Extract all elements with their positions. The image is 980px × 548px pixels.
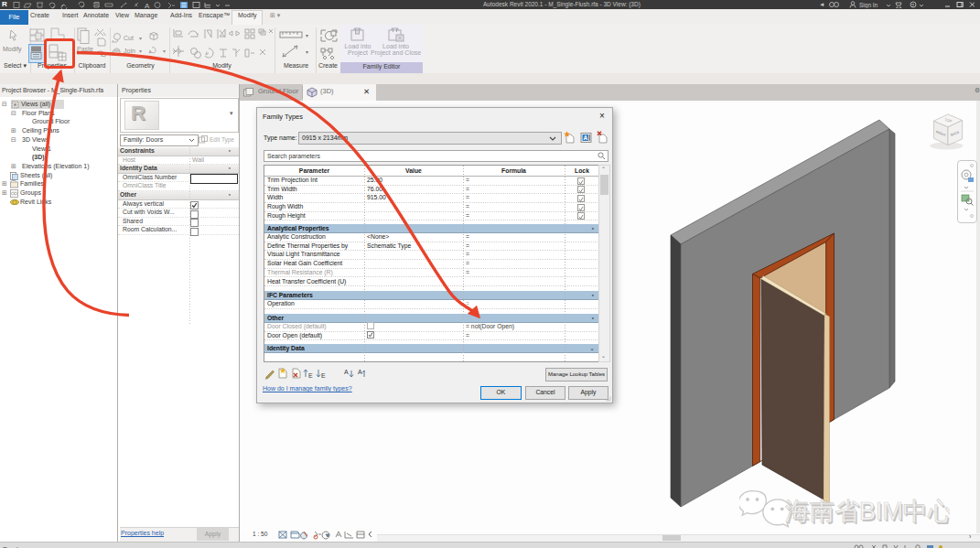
svg-text:?: ? bbox=[911, 3, 914, 8]
svg-text:▾: ▾ bbox=[306, 49, 308, 55]
svg-text:Join: Join bbox=[124, 48, 135, 54]
svg-text:▾: ▾ bbox=[139, 48, 142, 54]
svg-text:E: E bbox=[321, 372, 326, 379]
svg-text:▾: ▾ bbox=[139, 36, 142, 41]
svg-text:A: A bbox=[584, 134, 588, 141]
svg-text:▾: ▾ bbox=[306, 33, 308, 38]
svg-text:A: A bbox=[344, 369, 349, 375]
svg-text:Cut: Cut bbox=[124, 35, 134, 41]
svg-text:A: A bbox=[145, 2, 150, 9]
svg-text:Sign In: Sign In bbox=[859, 2, 878, 9]
svg-text:A: A bbox=[358, 369, 362, 375]
svg-text:海南省BIM中心: 海南省BIM中心 bbox=[785, 498, 950, 525]
svg-text:▾: ▾ bbox=[163, 48, 166, 54]
svg-text:E: E bbox=[308, 372, 313, 379]
